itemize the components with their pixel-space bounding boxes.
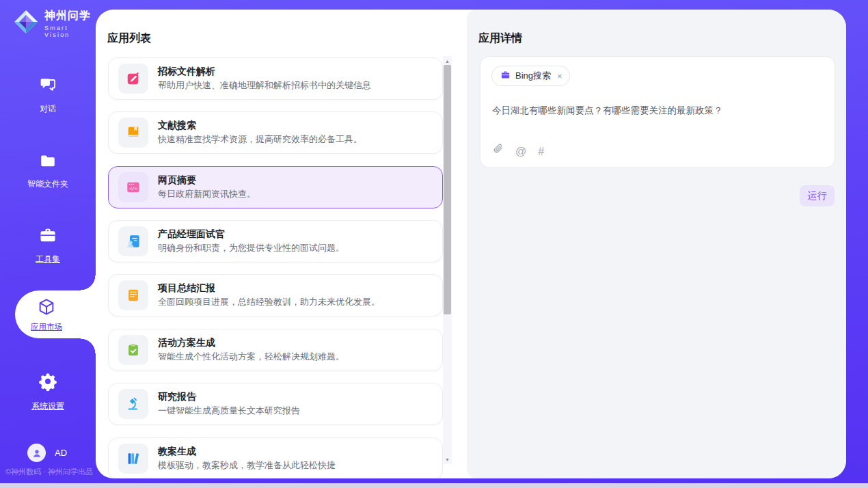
app-list-scrollbar[interactable]: ▲ ▼: [443, 56, 452, 464]
app-card-pm-interviewer[interactable]: 产品经理面试官 明确身份和职责，为您提供专业性的面试问题。: [108, 220, 443, 262]
document-person-icon: [118, 226, 148, 256]
mention-icon[interactable]: @: [515, 146, 526, 157]
clipboard-check-icon: [118, 335, 148, 365]
app-card-lesson-plan-generator[interactable]: 教案生成 模板驱动，教案秒成，教学准备从此轻松快捷: [108, 437, 443, 478]
folder-icon: [38, 152, 58, 172]
brand-subtitle: Smart Vision: [44, 25, 96, 38]
gem-logo-icon: [12, 8, 40, 38]
sidebar-item-label: 应用市场: [31, 322, 62, 332]
app-card-desc: 模板驱动，教案秒成，教学准备从此轻松快捷: [158, 461, 336, 471]
chat-icon: [38, 75, 58, 97]
app-card-name: 产品经理面试官: [158, 229, 344, 239]
app-card-web-summary-selected[interactable]: </> 网页摘要 每日政府新闻资讯快查。: [108, 166, 443, 208]
user-account[interactable]: AD: [27, 444, 67, 462]
app-card-name: 研究报告: [158, 392, 300, 401]
composer-toolbar: @ #: [492, 142, 544, 157]
note-icon: [118, 280, 148, 310]
app-card-desc: 快速精准查找学术资源，提高研究效率的必备工具。: [158, 135, 362, 145]
app-card-research-report[interactable]: 研究报告 一键智能生成高质量长文本研究报告: [108, 383, 443, 425]
app-detail-title: 应用详情: [478, 31, 522, 46]
cube-icon: [37, 297, 56, 319]
sidebar-item-chat[interactable]: 对话: [0, 75, 96, 115]
active-tab-fillet-bottom: [81, 338, 96, 353]
app-detail-panel: 应用详情 Bing搜索 × 今日湖北有哪些新闻要点？有哪些需要关注的最新政策？: [467, 10, 846, 478]
briefcase-icon: [38, 226, 58, 247]
app-card-desc: 每日政府新闻资讯快查。: [158, 189, 256, 200]
tool-chip-label: Bing搜索: [515, 70, 551, 82]
app-card-name: 项目总结汇报: [158, 283, 380, 293]
sidebar-item-label: 对话: [40, 103, 56, 115]
doc-edit-icon: [118, 64, 148, 94]
avatar: [27, 444, 46, 462]
app-card-desc: 智能生成个性化活动方案，轻松解决规划难题。: [158, 352, 344, 362]
sidebar-item-label: 智能文件夹: [27, 178, 68, 190]
app-card-desc: 帮助用户快速、准确地理解和解析招标书中的关键信息: [158, 81, 371, 91]
query-input-text[interactable]: 今日湖北有哪些新闻要点？有哪些需要关注的最新政策？: [492, 104, 821, 118]
app-card-literature-search[interactable]: 文献搜索 快速精准查找学术资源，提高研究效率的必备工具。: [108, 111, 443, 154]
books-icon: [118, 444, 148, 474]
briefcase-icon: [500, 70, 511, 83]
hash-icon[interactable]: #: [538, 146, 544, 157]
sidebar-item-label: 系统设置: [31, 401, 64, 412]
scroll-down-icon[interactable]: ▼: [443, 455, 452, 463]
app-list-title: 应用列表: [107, 31, 151, 46]
window-bottom-edge: [0, 483, 868, 488]
book-icon: [118, 118, 148, 148]
paperclip-icon[interactable]: [492, 142, 504, 157]
scroll-up-icon[interactable]: ▲: [443, 57, 452, 65]
app-card-bid-document-analysis[interactable]: 招标文件解析 帮助用户快速、准确地理解和解析招标书中的关键信息: [108, 57, 443, 100]
gear-icon: [38, 371, 58, 394]
user-initials: AD: [55, 448, 67, 458]
app-list: 招标文件解析 帮助用户快速、准确地理解和解析招标书中的关键信息 文献搜索 快速精…: [108, 57, 443, 478]
scrollbar-thumb[interactable]: [444, 65, 451, 314]
app-card-event-plan-generator[interactable]: 活动方案生成 智能生成个性化活动方案，轻松解决规划难题。: [108, 329, 443, 371]
close-icon[interactable]: ×: [557, 71, 562, 81]
svg-text:</>: </>: [129, 186, 137, 191]
app-card-project-summary[interactable]: 项目总结汇报 全面回顾项目进展，总结经验教训，助力未来优化发展。: [108, 274, 443, 316]
microscope-icon: [118, 389, 148, 419]
browser-code-icon: </>: [118, 172, 148, 202]
active-tab-fillet-top: [81, 275, 96, 290]
app-card-desc: 一键智能生成高质量长文本研究报告: [158, 406, 300, 416]
app-window: 神州问学 Smart Vision 对话 智能文件夹: [0, 0, 868, 488]
app-card-name: 网页摘要: [158, 175, 256, 185]
app-card-name: 活动方案生成: [158, 338, 344, 347]
main-container: 应用列表 招标文件解析 帮助用户快速、准确地理解和解析招标书中的关键信息: [96, 10, 846, 478]
app-card-desc: 全面回顾项目进展，总结经验教训，助力未来优化发展。: [158, 297, 380, 308]
brand-name: 神州问学: [44, 9, 96, 23]
run-button[interactable]: 运行: [800, 185, 835, 206]
app-card-name: 教案生成: [158, 446, 336, 456]
app-card-name: 文献搜索: [158, 120, 362, 130]
sidebar: 神州问学 Smart Vision 对话 智能文件夹: [0, 0, 96, 488]
app-card-desc: 明确身份和职责，为您提供专业性的面试问题。: [158, 243, 344, 254]
brand-logo: 神州问学 Smart Vision: [12, 8, 96, 38]
sidebar-item-label: 工具集: [36, 254, 60, 265]
app-card-name: 招标文件解析: [158, 66, 371, 76]
sidebar-item-app-market-active[interactable]: 应用市场: [15, 290, 96, 338]
sidebar-item-settings[interactable]: 系统设置: [0, 371, 96, 412]
sidebar-item-smart-folder[interactable]: 智能文件夹: [0, 152, 96, 190]
tool-chip-bing-search[interactable]: Bing搜索 ×: [491, 66, 570, 86]
sidebar-footer-credit: ©神州数码 · 神州问学出品: [5, 467, 93, 477]
query-editor-card[interactable]: Bing搜索 × 今日湖北有哪些新闻要点？有哪些需要关注的最新政策？ @ #: [480, 56, 835, 168]
sidebar-item-toolset[interactable]: 工具集: [0, 226, 96, 265]
